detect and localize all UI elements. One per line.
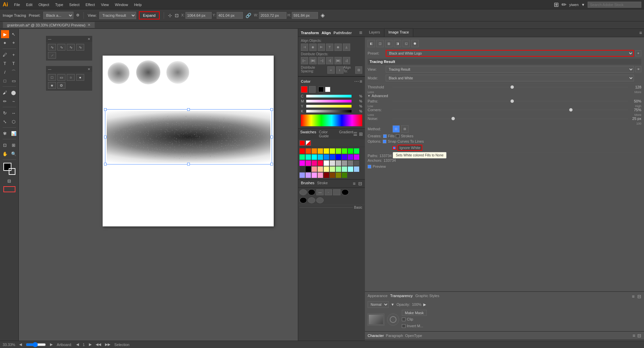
stroke-swatch[interactable] [9,168,15,175]
foreground-color[interactable] [301,86,308,93]
handle-tr[interactable] [270,108,273,111]
background-color[interactable] [309,86,316,93]
menu-view[interactable]: View [98,2,112,7]
color-swatch[interactable] [330,166,335,172]
color-swatch[interactable] [342,160,347,166]
pen-tool[interactable]: 🖊 [1,51,9,59]
brush-dot-lg[interactable] [341,189,349,195]
preset-menu-icon[interactable]: ≡ [635,50,641,56]
dist-right[interactable]: →| [318,57,325,64]
color-mode-indicator[interactable] [3,186,15,192]
align-left[interactable]: ⊣ [301,44,308,51]
slice-tool[interactable]: ⊞ [10,141,18,149]
close-tab-icon[interactable]: ✕ [88,23,91,27]
artboard-next-icon[interactable]: ▶ [89,342,92,347]
gradient-tab[interactable]: Gradient [339,130,353,138]
arc-tool[interactable]: ⌒ [10,68,18,76]
brush-preset-4[interactable]: ∿ [76,44,84,51]
brush-preset-5[interactable]: ⟋ [48,52,56,59]
canvas-area[interactable]: — ✕ ∿ ∿ ∿ ∿ ⟋ — ✕ □ ▭ ○ ● ★ ⚙ [19,29,298,348]
corners-thumb[interactable] [569,108,573,112]
dist-bottom[interactable]: ↓| [343,57,350,64]
color-swatch[interactable] [342,148,347,154]
color-swatch[interactable] [318,166,323,172]
handle-bl[interactable] [104,163,107,165]
align-h-center[interactable]: ⊕ [309,44,317,51]
color-swatch[interactable] [318,172,323,178]
color-swatch[interactable] [348,148,353,154]
color-menu-icon[interactable]: ≡ [360,79,362,84]
dist-spacing-h[interactable]: ↔ [327,66,335,74]
trace-view-icon-4[interactable]: ◨ [394,40,401,47]
transform-more-icon[interactable]: ◈ [321,12,325,18]
shape-preset-rounded[interactable]: ▭ [57,74,65,81]
method-btn-1[interactable]: ⊡ [392,125,400,133]
dist-spacing-v[interactable]: ↕ [336,66,343,74]
dist-v-center[interactable]: |⊕| [334,57,342,64]
brush-dot-sm[interactable]: · [325,189,332,195]
expand-button[interactable]: Expand [139,11,159,19]
brush-preset-3[interactable]: ∿ [67,44,75,51]
strokes-checkbox[interactable] [396,134,399,138]
column-graph-tool[interactable]: 📊 [10,129,18,137]
brush-dot-1[interactable] [300,189,307,195]
brush-empty[interactable] [333,189,340,195]
brush-soft-2[interactable] [316,197,324,203]
swatch-grid-icon[interactable]: ⊞ [359,131,363,137]
color-swatch[interactable] [354,154,359,160]
noise-thumb[interactable] [451,117,455,120]
blob-brush-tool[interactable]: ⬤ [10,88,18,96]
artboard-prev-icon[interactable]: ◀ [76,342,79,347]
appearance-expand-icon[interactable]: ⊟ [637,294,641,299]
menu-type[interactable]: Type [53,2,66,7]
menu-select[interactable]: Select [66,2,82,7]
color-swatch[interactable] [330,148,335,154]
brush-icon[interactable]: ✏ [561,1,567,8]
rotate-tool[interactable]: ↻ [1,109,9,117]
align-top[interactable]: ⊤ [326,44,333,51]
y-slider[interactable] [306,105,352,108]
color-swatch[interactable] [330,172,335,178]
color-swatch[interactable] [306,148,311,154]
h-input[interactable] [292,12,318,19]
color-swatch[interactable] [306,166,311,172]
handle-br[interactable] [270,163,273,165]
trace-view-icon-2[interactable]: ◫ [376,40,384,47]
type-tool[interactable]: T [1,59,9,67]
appearance-tab[interactable]: Appearance [368,294,387,299]
color-swatch[interactable] [306,154,311,160]
float-panel-1-close[interactable]: ✕ [88,37,90,41]
shape-preset-ellipse[interactable]: ○ [67,74,75,81]
brush-solid-1[interactable] [300,197,307,203]
x-input[interactable] [185,12,212,19]
color-swatch[interactable] [300,148,305,154]
color-spectrum-bar[interactable] [301,115,362,126]
mode-dropdown-icon[interactable]: ▼ [391,302,394,306]
mixed-swatch[interactable] [306,140,311,146]
brushes-menu-icon[interactable]: ≡ [353,181,356,186]
threshold-thumb[interactable] [511,85,514,89]
handle-ml[interactable] [104,136,107,138]
smooth-tool[interactable]: ~ [10,97,18,105]
advanced-section-header[interactable]: ▼ Advanced [368,94,641,98]
stroke-tab[interactable]: Stroke [317,181,328,186]
paintbrush-tool[interactable]: 🖌 [1,88,9,96]
color-swatch[interactable] [336,166,341,172]
align-right[interactable]: ⊢ [318,44,325,51]
opacity-expand-icon[interactable]: ▶ [423,302,426,307]
menu-object[interactable]: Object [36,2,52,7]
appearance-menu-icon[interactable]: ≡ [632,294,635,299]
color-swatch[interactable] [300,172,305,178]
swatch-list-icon[interactable]: ☰ [353,131,358,137]
menu-window[interactable]: Window [112,2,131,7]
shape-preset-star[interactable]: ★ [48,82,56,89]
color-swatch[interactable] [300,166,305,172]
trace-view-icon-3[interactable]: ▥ [385,40,392,47]
document-tab[interactable]: grainbrush.ai* @ 33.33% (CMYK/GPU Previe… [3,22,95,28]
handle-tm[interactable] [187,108,190,111]
menu-effect[interactable]: Effect [83,2,98,7]
trace-mode-select[interactable]: Black and White [386,75,634,81]
opentype-tab[interactable]: OpenType [405,334,422,338]
brushes-expand-icon[interactable]: ⊟ [358,181,362,186]
color-swatch[interactable] [336,160,341,166]
